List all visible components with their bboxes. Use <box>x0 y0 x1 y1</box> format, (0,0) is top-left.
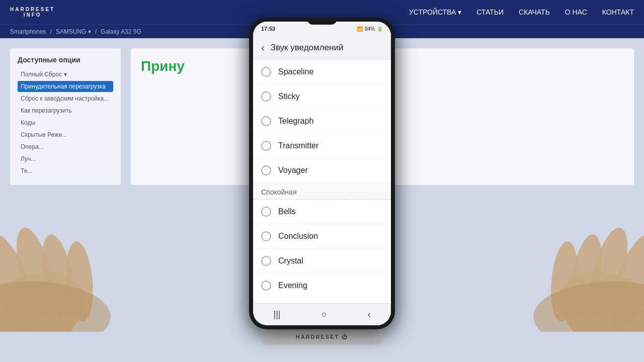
list-item-evening[interactable]: Evening <box>253 274 391 298</box>
logo-text: HARDRESET <box>10 7 55 12</box>
sidebar-item-5[interactable]: Опера... <box>18 141 113 152</box>
screen-title: Звук уведомлений <box>271 43 344 53</box>
status-icons: 📶 84% 🔋 <box>357 26 383 32</box>
back-button[interactable]: ‹ <box>261 42 265 53</box>
item-label-bells: Bells <box>278 207 296 216</box>
radio-telegraph[interactable] <box>261 116 271 126</box>
phone-container: 17:53 📶 84% 🔋 ‹ Звук уведомлений Spaceli… <box>249 18 395 344</box>
logo-sub: INFO <box>10 12 55 18</box>
item-label-telegraph: Telegraph <box>278 117 313 126</box>
item-label-crystal: Crystal <box>278 256 303 265</box>
list-content: Spaceline Sticky Telegraph Transmitter V… <box>253 60 391 303</box>
battery-icon: 🔋 <box>377 26 383 32</box>
phone-stand: HARDRESET ⏻ <box>262 329 382 344</box>
website-nav: УСТРОЙСТВА ▾ СТАТЬИ СКАЧАТЬ О НАС КОНТАК… <box>409 8 634 16</box>
sidebar-item-0[interactable]: Принудительная перезагрузка <box>18 81 113 92</box>
nav-back[interactable]: ‹ <box>357 307 380 322</box>
breadcrumb-sep-1: / <box>95 28 97 35</box>
list-item-transmitter[interactable]: Transmitter <box>253 134 391 158</box>
item-label-sticky: Sticky <box>278 92 300 101</box>
phone-screen: 17:53 📶 84% 🔋 ‹ Звук уведомлений Spaceli… <box>253 22 391 325</box>
nav-item-1[interactable]: СТАТЬИ <box>476 8 504 16</box>
sidebar-item-2[interactable]: Как перезагрузить <box>18 105 113 116</box>
bottom-navigation: ||| ○ ‹ <box>253 303 391 325</box>
radio-conclusion[interactable] <box>261 231 271 241</box>
radio-transmitter[interactable] <box>261 141 271 151</box>
radio-spaceline[interactable] <box>261 67 271 77</box>
list-item-sticky[interactable]: Sticky <box>253 84 391 109</box>
sidebar-dropdown[interactable]: Полный Сброс ▾ <box>18 69 113 80</box>
item-label-voyager: Voyager <box>278 166 308 175</box>
nav-item-3[interactable]: О НАС <box>565 8 587 16</box>
phone-outer: 17:53 📶 84% 🔋 ‹ Звук уведомлений Spaceli… <box>249 18 395 329</box>
sidebar-item-7[interactable]: Те... <box>18 165 113 176</box>
signal-icon: 📶 <box>357 26 363 32</box>
nav-home[interactable]: ○ <box>311 307 337 322</box>
breadcrumb-2[interactable]: Galaxy A32 5G <box>101 28 141 35</box>
phone-notch <box>307 18 337 25</box>
sidebar-item-6[interactable]: Луч... <box>18 153 113 164</box>
status-time: 17:53 <box>261 26 275 32</box>
site-logo: HARDRESET INFO <box>10 7 55 18</box>
list-item-voyager[interactable]: Voyager <box>253 158 391 183</box>
screen-top-bar: ‹ Звук уведомлений <box>253 36 391 60</box>
breadcrumb-1[interactable]: SAMSUNG ▾ <box>56 28 91 35</box>
sidebar-title: Доступные опции <box>18 56 113 64</box>
sidebar-item-4[interactable]: Скрытые Режи... <box>18 129 113 140</box>
nav-item-0[interactable]: УСТРОЙСТВА ▾ <box>409 8 461 16</box>
radio-crystal[interactable] <box>261 256 271 266</box>
sidebar-item-3[interactable]: Коды <box>18 117 113 128</box>
breadcrumb-0[interactable]: Smartphones <box>10 28 46 35</box>
radio-bells[interactable] <box>261 207 271 217</box>
section-header-calm: Спокойная <box>253 183 391 200</box>
list-item-spaceline[interactable]: Spaceline <box>253 60 391 84</box>
list-item-crystal[interactable]: Crystal <box>253 249 391 274</box>
list-item-conclusion[interactable]: Conclusion <box>253 224 391 249</box>
item-label-conclusion: Conclusion <box>278 232 318 241</box>
breadcrumb-sep-0: / <box>50 28 51 35</box>
sidebar: Доступные опции Полный Сброс ▾ Принудите… <box>10 48 121 185</box>
radio-evening[interactable] <box>261 281 271 291</box>
stand-label: HARDRESET ⏻ <box>296 334 349 340</box>
radio-sticky[interactable] <box>261 92 271 102</box>
item-label-transmitter: Transmitter <box>278 141 318 150</box>
item-label-spaceline: Spaceline <box>278 67 313 76</box>
item-label-evening: Evening <box>278 281 307 290</box>
nav-recent-apps[interactable]: ||| <box>264 307 291 322</box>
list-item-guitar[interactable]: Guitar <box>253 298 391 303</box>
nav-item-4[interactable]: КОНТАКТ <box>602 8 634 16</box>
nav-item-2[interactable]: СКАЧАТЬ <box>519 8 550 16</box>
radio-voyager[interactable] <box>261 165 271 175</box>
list-item-bells[interactable]: Bells <box>253 200 391 224</box>
battery-text: 84% <box>365 26 375 32</box>
sidebar-item-1[interactable]: Сброс к заводским настройка... <box>18 93 113 104</box>
list-item-telegraph[interactable]: Telegraph <box>253 109 391 134</box>
